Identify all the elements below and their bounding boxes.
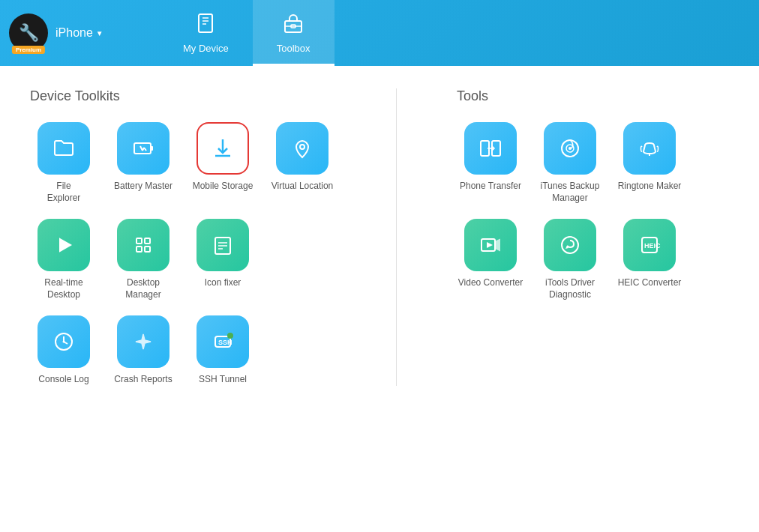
console-log-label: Console Log [38, 374, 88, 386]
tool-crash-reports[interactable]: Crash Reports [110, 315, 177, 386]
svg-rect-17 [145, 247, 150, 252]
virtual-location-label: Virtual Location [272, 181, 334, 193]
video-converter-icon [464, 219, 517, 271]
device-chevron-icon: ▼ [96, 29, 104, 37]
svg-text:HEIC: HEIC [644, 242, 661, 250]
ssh-tunnel-icon: SSH [196, 315, 249, 368]
console-log-icon [38, 315, 90, 368]
my-device-icon [195, 13, 216, 38]
svg-point-12 [300, 145, 304, 149]
tool-itools-driver[interactable]: iTools Driver Diagnostic [536, 219, 604, 300]
premium-badge: Premium [12, 46, 45, 54]
desktop-manager-label: Desktop Manager [110, 277, 177, 300]
svg-text:SSH: SSH [218, 339, 232, 346]
tool-ringtone-maker[interactable]: Ringtone Maker [616, 122, 683, 204]
tab-my-device[interactable]: My Device [159, 0, 253, 66]
svg-line-11 [144, 148, 146, 151]
svg-rect-15 [145, 238, 150, 244]
heic-converter-label: HEIC Converter [618, 277, 682, 289]
file-explorer-label: FileExplorer [47, 181, 81, 204]
phone-transfer-icon [464, 122, 517, 175]
tool-video-converter[interactable]: Video Converter [457, 219, 524, 300]
svg-point-28 [227, 333, 233, 339]
file-explorer-icon [38, 122, 90, 175]
ssh-tunnel-label: SSH Tunnel [199, 374, 247, 386]
svg-rect-0 [199, 14, 212, 32]
crash-reports-label: Crash Reports [114, 374, 172, 386]
logo-icon: 🔧 [19, 23, 39, 43]
svg-marker-38 [487, 242, 493, 248]
mobile-storage-icon [196, 122, 249, 175]
device-toolkits-title: Device Toolkits [30, 88, 336, 104]
realtime-desktop-icon [38, 219, 90, 271]
device-label-area: iPhone ▼ [56, 26, 104, 40]
section-divider [396, 88, 397, 386]
itunes-backup-label: iTunes Backup Manager [536, 181, 604, 204]
device-toolkits-section: Device Toolkits FileExplorer [30, 88, 336, 386]
tool-ssh-tunnel[interactable]: SSH SSH Tunnel [189, 315, 256, 386]
tool-realtime-desktop[interactable]: Real-time Desktop [30, 219, 98, 300]
tab-toolbox[interactable]: Toolbox [253, 0, 334, 66]
phone-transfer-label: Phone Transfer [460, 181, 521, 193]
tool-phone-transfer[interactable]: Phone Transfer [457, 122, 524, 204]
tool-file-explorer[interactable]: FileExplorer [30, 122, 98, 204]
toolbox-icon [283, 13, 304, 38]
logo-area: 🔧 Premium iPhone ▼ [0, 0, 159, 66]
battery-master-label: Battery Master [114, 181, 172, 193]
ringtone-maker-icon [623, 122, 676, 175]
heic-converter-icon: HEIC [623, 219, 676, 271]
my-device-label: My Device [183, 43, 229, 54]
desktop-manager-icon [117, 219, 170, 271]
icon-fixer-label: Icon fixer [205, 277, 242, 289]
icon-fixer-icon [196, 219, 249, 271]
toolbox-label: Toolbox [277, 43, 310, 54]
itunes-backup-icon [544, 122, 596, 175]
tool-virtual-location[interactable]: Virtual Location [268, 122, 336, 204]
device-label[interactable]: iPhone ▼ [56, 26, 104, 40]
mobile-storage-label: Mobile Storage [193, 181, 254, 193]
virtual-location-icon [276, 122, 328, 175]
svg-point-25 [63, 341, 65, 343]
device-name: iPhone [56, 26, 93, 40]
crash-reports-icon [117, 315, 170, 368]
tools-section: Tools Phone Transfer [457, 88, 729, 386]
nav-tabs: My Device Toolbox [159, 0, 334, 66]
realtime-desktop-label: Real-time Desktop [30, 277, 98, 300]
itools-driver-icon [544, 219, 596, 271]
tools-title: Tools [457, 88, 729, 104]
header: 🔧 Premium iPhone ▼ My Device [0, 0, 759, 66]
content-area: Device Toolkits FileExplorer [0, 66, 759, 532]
tool-battery-master[interactable]: Battery Master [110, 122, 177, 204]
tool-console-log[interactable]: Console Log [30, 315, 98, 386]
tool-icon-fixer[interactable]: Icon fixer [189, 219, 256, 300]
svg-marker-13 [60, 239, 70, 251]
svg-rect-7 [134, 143, 151, 154]
ringtone-maker-label: Ringtone Maker [618, 181, 682, 193]
svg-rect-8 [151, 146, 153, 151]
itools-driver-label: iTools Driver Diagnostic [536, 277, 604, 300]
svg-rect-16 [136, 247, 142, 252]
tool-heic-converter[interactable]: HEIC HEIC Converter [616, 219, 683, 300]
svg-rect-14 [136, 238, 142, 244]
video-converter-label: Video Converter [458, 277, 524, 289]
tool-mobile-storage[interactable]: Mobile Storage [189, 122, 256, 204]
svg-point-34 [568, 147, 572, 150]
tool-desktop-manager[interactable]: Desktop Manager [110, 219, 177, 300]
svg-point-39 [562, 237, 578, 253]
tool-itunes-backup[interactable]: iTunes Backup Manager [536, 122, 604, 204]
sections-container: Device Toolkits FileExplorer [30, 88, 729, 386]
battery-master-icon [117, 122, 170, 175]
